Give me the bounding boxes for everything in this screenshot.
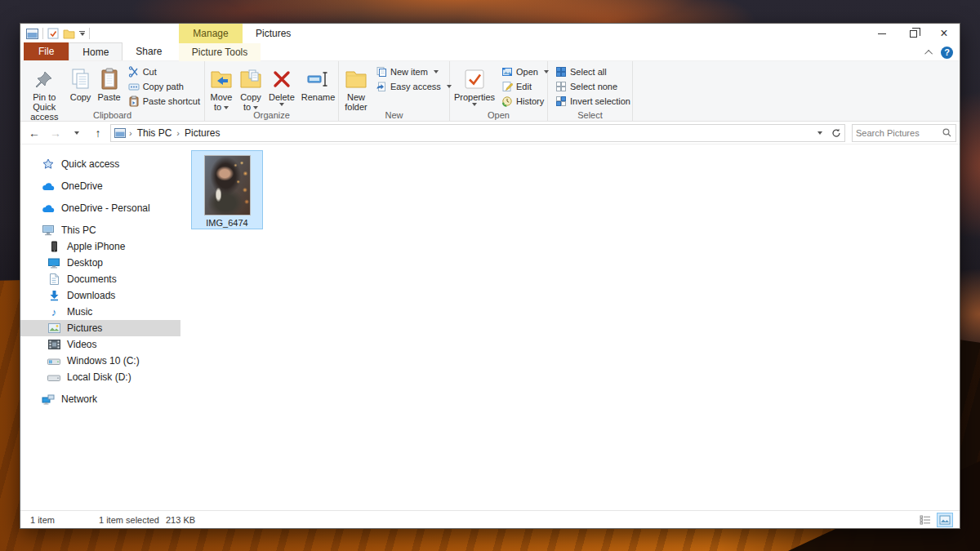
delete-button[interactable]: Delete bbox=[265, 64, 298, 109]
group-label-open: Open bbox=[450, 110, 547, 120]
back-button[interactable]: ← bbox=[25, 124, 43, 142]
new-item-icon bbox=[376, 66, 387, 78]
window-title: Pictures bbox=[256, 24, 291, 43]
new-folder-quick-icon[interactable] bbox=[63, 29, 75, 39]
tab-share[interactable]: Share bbox=[122, 42, 175, 60]
tab-home[interactable]: Home bbox=[69, 42, 122, 60]
view-toggles bbox=[917, 513, 953, 527]
new-folder-icon bbox=[344, 66, 368, 92]
details-view-icon bbox=[920, 515, 931, 525]
large-icons-view-button[interactable] bbox=[937, 513, 953, 527]
ribbon: Pin to Quick access Copy Paste bbox=[20, 61, 960, 122]
details-view-button[interactable] bbox=[917, 513, 933, 527]
rename-button[interactable]: Rename bbox=[298, 64, 339, 104]
invert-selection-button[interactable]: Invert selection bbox=[553, 95, 633, 108]
tab-picture-tools[interactable]: Picture Tools bbox=[179, 43, 261, 61]
download-arrow-icon bbox=[47, 289, 60, 302]
file-explorer-window: Manage Pictures × File Home Share View P… bbox=[20, 23, 960, 529]
file-name-label: IMG_6474 bbox=[206, 218, 247, 228]
sidebar-item-network[interactable]: Network bbox=[20, 391, 180, 407]
select-all-button[interactable]: Select all bbox=[553, 65, 633, 78]
sidebar-item-local-disk-d[interactable]: Local Disk (D:) bbox=[20, 369, 180, 385]
minimize-button[interactable] bbox=[866, 24, 898, 43]
refresh-button[interactable] bbox=[828, 124, 844, 142]
breadcrumb-separator-icon[interactable]: › bbox=[129, 128, 132, 138]
search-icon[interactable] bbox=[938, 128, 956, 137]
ribbon-group-open: Properties Open Edit bbox=[450, 61, 548, 121]
sidebar-item-label: Videos bbox=[67, 339, 96, 350]
new-folder-button[interactable]: New folder bbox=[341, 64, 372, 114]
move-to-button[interactable]: Move to bbox=[207, 64, 236, 114]
collapse-ribbon-icon[interactable] bbox=[924, 49, 933, 57]
sidebar-item-pictures[interactable]: Pictures bbox=[20, 320, 180, 336]
move-to-icon bbox=[210, 66, 233, 92]
star-icon bbox=[42, 158, 55, 171]
forward-button[interactable]: → bbox=[47, 124, 65, 142]
copy-to-button[interactable]: Copy to bbox=[236, 64, 265, 114]
copy-to-caret-icon bbox=[253, 106, 258, 109]
sidebar-item-quick-access[interactable]: Quick access bbox=[20, 156, 180, 172]
sidebar-item-videos[interactable]: Videos bbox=[20, 336, 180, 353]
minimize-icon bbox=[878, 33, 886, 34]
history-button[interactable]: History bbox=[499, 95, 551, 108]
breadcrumb-separator-icon[interactable]: › bbox=[176, 128, 180, 138]
properties-button[interactable]: Properties bbox=[452, 64, 497, 109]
file-item-img-6474[interactable]: IMG_6474 bbox=[191, 150, 263, 229]
music-note-icon: ♪ bbox=[47, 305, 60, 318]
breadcrumb: › This PC › Pictures bbox=[126, 127, 812, 139]
manage-contextual-tab[interactable]: Manage bbox=[179, 24, 243, 43]
up-button[interactable]: ↑ bbox=[89, 124, 107, 142]
properties-quick-icon[interactable] bbox=[47, 28, 59, 39]
address-bar[interactable]: › This PC › Pictures bbox=[110, 124, 845, 142]
breadcrumb-this-pc[interactable]: This PC bbox=[137, 127, 172, 139]
sidebar-item-windows-c-drive[interactable]: Windows 10 (C:) bbox=[20, 353, 180, 369]
address-history-dropdown[interactable] bbox=[812, 124, 828, 142]
picture-icon bbox=[47, 322, 60, 335]
edit-button[interactable]: Edit bbox=[499, 80, 551, 93]
sidebar-item-desktop[interactable]: Desktop bbox=[20, 255, 180, 271]
open-button[interactable]: Open bbox=[499, 65, 551, 78]
sidebar-item-documents[interactable]: Documents bbox=[20, 271, 180, 287]
paste-shortcut-button[interactable]: Paste shortcut bbox=[126, 95, 203, 108]
this-pc-icon bbox=[42, 224, 55, 237]
sidebar-item-onedrive[interactable]: OneDrive bbox=[20, 178, 180, 194]
ribbon-empty-space bbox=[633, 61, 960, 121]
cloud-icon bbox=[42, 180, 55, 193]
sidebar-item-onedrive-personal[interactable]: OneDrive - Personal bbox=[20, 200, 180, 216]
history-icon bbox=[501, 96, 513, 107]
title-bar[interactable]: Manage Pictures × bbox=[20, 24, 960, 43]
video-icon bbox=[47, 338, 60, 351]
cut-button[interactable]: Cut bbox=[126, 65, 203, 78]
search-input[interactable] bbox=[853, 128, 938, 138]
recent-locations-dropdown[interactable] bbox=[68, 124, 86, 142]
copy-icon bbox=[70, 66, 91, 92]
sidebar-item-apple-iphone[interactable]: Apple iPhone bbox=[20, 238, 180, 255]
copy-button[interactable]: Copy bbox=[67, 64, 95, 104]
restore-button[interactable] bbox=[898, 24, 929, 43]
toolbar-separator bbox=[89, 28, 90, 39]
easy-access-button[interactable]: Easy access bbox=[373, 80, 454, 93]
sidebar-item-downloads[interactable]: Downloads bbox=[20, 287, 180, 304]
new-item-button[interactable]: New item bbox=[373, 65, 454, 78]
paste-button[interactable]: Paste bbox=[95, 64, 124, 104]
select-none-icon bbox=[555, 81, 567, 92]
sidebar-item-label: Documents bbox=[67, 273, 117, 285]
help-icon[interactable]: ? bbox=[941, 47, 953, 59]
sidebar-item-this-pc[interactable]: This PC bbox=[20, 222, 180, 238]
rename-icon bbox=[306, 66, 331, 92]
properties-icon bbox=[464, 66, 485, 92]
tab-file[interactable]: File bbox=[24, 42, 69, 60]
customize-toolbar-dropdown-icon[interactable] bbox=[79, 31, 85, 36]
select-none-button[interactable]: Select none bbox=[553, 80, 633, 93]
sidebar-item-label: Windows 10 (C:) bbox=[67, 355, 140, 367]
large-icons-view-icon bbox=[939, 515, 951, 525]
sidebar-item-label: Local Disk (D:) bbox=[67, 371, 131, 383]
copy-path-button[interactable]: Copy path bbox=[126, 80, 203, 93]
search-box[interactable] bbox=[852, 124, 956, 142]
close-button[interactable]: × bbox=[929, 24, 960, 43]
phone-icon bbox=[47, 240, 60, 253]
sidebar-item-music[interactable]: ♪ Music bbox=[20, 304, 180, 320]
breadcrumb-pictures[interactable]: Pictures bbox=[185, 127, 220, 139]
file-list-area[interactable]: IMG_6474 bbox=[180, 144, 960, 510]
explorer-icon bbox=[26, 29, 38, 39]
